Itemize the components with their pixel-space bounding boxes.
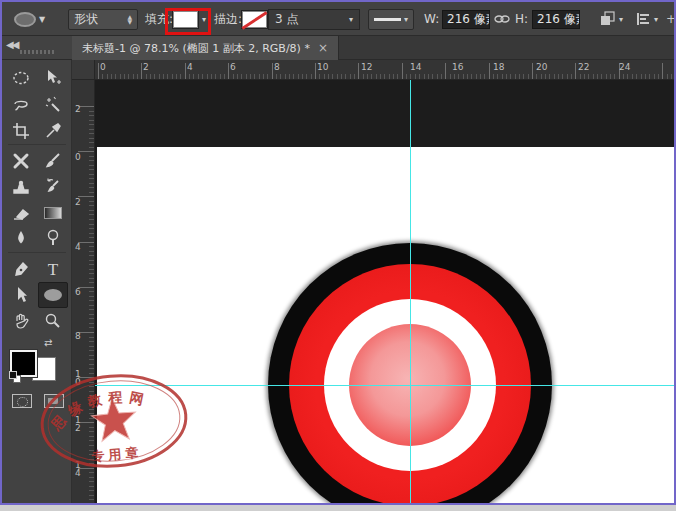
tools-panel-header: ◀◀	[2, 36, 72, 60]
collapse-panel-button[interactable]: ◀◀	[6, 39, 17, 50]
brush-icon	[44, 152, 62, 170]
shape-width-input[interactable]: 216 像素	[442, 10, 490, 29]
ruler-origin-corner[interactable]	[72, 60, 95, 80]
ruler-label: 2	[75, 198, 84, 206]
history-brush-tool[interactable]	[40, 175, 66, 199]
stroke-color-swatch[interactable]	[241, 10, 268, 29]
move-tool[interactable]	[40, 66, 66, 90]
blur-tool[interactable]	[8, 226, 34, 250]
watermark-stamp: 思缘教程网 专用章	[34, 366, 194, 477]
stroke-width-value: 3 点	[275, 11, 298, 28]
path-alignment-button[interactable]: ▾	[635, 2, 658, 36]
water-drop-icon	[13, 229, 29, 247]
ruler-label: 12	[361, 62, 372, 72]
shape-height-input[interactable]: 216 像素	[532, 10, 580, 29]
default-colors-icon[interactable]	[9, 371, 22, 384]
ruler-label: 20	[536, 62, 547, 72]
height-label: H:	[515, 12, 528, 26]
fill-color-swatch[interactable]	[172, 10, 199, 29]
pen-tool[interactable]	[8, 258, 34, 282]
swap-colors-icon[interactable]: ⇄	[44, 337, 52, 348]
ruler-label: 0	[75, 153, 84, 161]
crop-icon	[12, 122, 30, 140]
chevron-down-icon: ▼	[39, 15, 45, 24]
ruler-label: 6	[230, 62, 236, 72]
combine-shapes-icon	[600, 11, 616, 27]
eyedropper-icon	[44, 122, 62, 140]
elliptical-marquee-tool[interactable]	[8, 66, 34, 90]
eraser-icon	[12, 205, 30, 221]
ellipse-preset-icon	[14, 12, 36, 27]
path-selection-tool[interactable]	[8, 283, 34, 307]
type-tool-icon: T	[48, 260, 58, 280]
photoshop-window: ▼ 形状 ▲▼ 填充: ▾ 描边: ▾ 3 点 ▾ ▾	[0, 0, 676, 505]
hand-icon	[12, 312, 30, 330]
magnifier-icon	[44, 312, 62, 330]
history-brush-icon	[44, 178, 62, 196]
fill-label: 填充:	[145, 11, 173, 28]
ruler-label: 0	[100, 62, 106, 72]
ruler-label: 8	[274, 62, 280, 72]
document-tab[interactable]: 未标题-1 @ 78.1% (椭圆 1 副本 2, RGB/8) * ×	[72, 36, 339, 60]
solid-line-icon	[374, 18, 401, 21]
ruler-label: 2	[75, 105, 84, 113]
width-label: W:	[424, 12, 439, 26]
ruler-label: 16	[452, 62, 463, 72]
magic-wand-tool[interactable]	[40, 93, 66, 117]
spinner-icon: ▲▼	[127, 14, 132, 24]
stroke-type-select[interactable]: ▾	[368, 9, 414, 30]
hand-tool[interactable]	[8, 309, 34, 333]
ruler-label: 22	[578, 62, 589, 72]
dodge-tool[interactable]	[40, 226, 66, 250]
gradient-tool[interactable]	[40, 201, 66, 225]
ruler-label: 18	[493, 62, 504, 72]
stroke-width-field[interactable]: 3 点 ▾	[268, 9, 360, 30]
move-icon	[44, 69, 62, 87]
crop-tool[interactable]	[8, 119, 34, 143]
lasso-tool[interactable]	[8, 93, 34, 117]
clone-stamp-icon	[12, 178, 30, 196]
ruler-label: 4	[75, 243, 84, 251]
zoom-tool[interactable]	[40, 309, 66, 333]
align-edges-icon	[635, 12, 651, 26]
chevron-down-icon: ▾	[349, 15, 353, 24]
lasso-icon	[12, 97, 30, 113]
brush-tool[interactable]	[40, 149, 66, 173]
ruler-label: 24	[619, 62, 630, 72]
tools-divider	[8, 144, 66, 145]
chain-link-icon	[494, 14, 510, 24]
path-arrange-button[interactable]: +	[666, 2, 676, 36]
ruler-label: 6	[75, 288, 84, 296]
clone-stamp-tool[interactable]	[8, 175, 34, 199]
chevron-down-icon[interactable]: ▾	[202, 15, 206, 24]
tool-preset-picker[interactable]: ▼	[14, 2, 45, 36]
chevron-down-icon: ▾	[619, 15, 623, 24]
type-tool[interactable]: T	[40, 258, 66, 282]
panel-grip[interactable]	[20, 50, 54, 54]
link-dimensions-button[interactable]	[494, 2, 510, 36]
tool-mode-select[interactable]: 形状 ▲▼	[68, 9, 138, 30]
ruler-label: 2	[143, 62, 149, 72]
gradient-icon	[44, 207, 62, 219]
ruler-label: 10	[317, 62, 328, 72]
tools-divider	[8, 252, 66, 253]
ellipse-shape-icon	[44, 289, 62, 301]
eraser-tool[interactable]	[8, 201, 34, 225]
elliptical-marquee-icon	[12, 70, 30, 86]
eyedropper-tool[interactable]	[40, 119, 66, 143]
quick-mask-button[interactable]	[12, 394, 32, 408]
document-tab-bar: 未标题-1 @ 78.1% (椭圆 1 副本 2, RGB/8) * ×	[72, 36, 674, 60]
ruler-label: 14	[410, 62, 421, 72]
close-tab-icon[interactable]: ×	[318, 41, 328, 55]
chevron-down-icon: ▾	[654, 15, 658, 24]
healing-brush-icon	[12, 152, 30, 170]
ellipse-shape-tool[interactable]	[38, 282, 68, 308]
pen-icon	[12, 261, 30, 279]
magic-wand-icon	[44, 96, 62, 114]
path-operations-button[interactable]: ▾	[600, 2, 623, 36]
horizontal-ruler[interactable]: 0 2 4 6 8 10 12 14 16 18 20 22 24	[95, 60, 674, 80]
vertical-guide[interactable]	[410, 80, 411, 505]
stamp-bottom-text: 专用章	[90, 445, 143, 464]
spot-healing-brush-tool[interactable]	[8, 149, 34, 173]
ruler-label: 8	[75, 332, 84, 340]
